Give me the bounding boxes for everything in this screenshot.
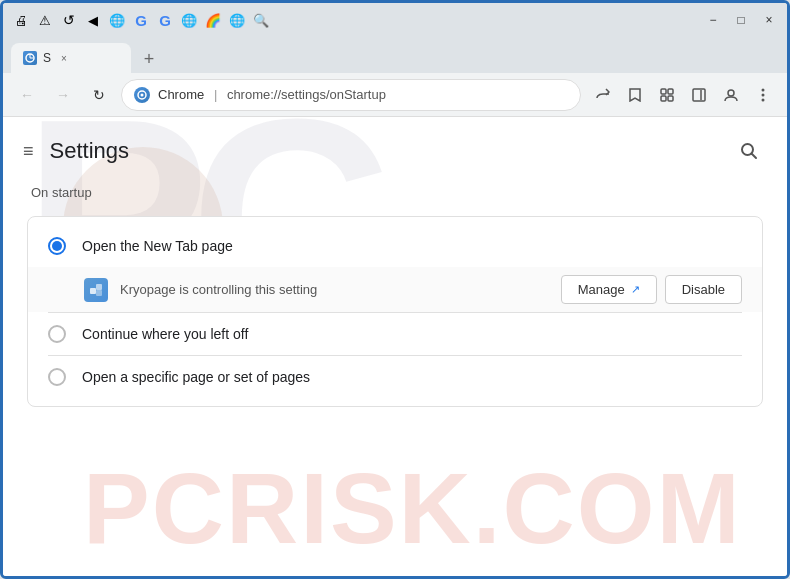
option-specific-label: Open a specific page or set of pages	[82, 369, 310, 385]
svg-point-11	[762, 93, 765, 96]
svg-rect-4	[668, 89, 673, 94]
search-small-icon: 🔍	[251, 10, 271, 30]
svg-line-14	[752, 154, 757, 159]
new-tab-button[interactable]: +	[135, 45, 163, 73]
hamburger-menu-icon[interactable]: ≡	[23, 141, 34, 162]
minimize-button[interactable]: −	[703, 10, 723, 30]
title-bar-controls: − □ ×	[703, 10, 779, 30]
svg-rect-7	[693, 89, 705, 101]
radio-new-tab[interactable]	[48, 237, 66, 255]
option-new-tab-row[interactable]: Open the New Tab page	[28, 225, 762, 267]
back-button[interactable]: ←	[13, 81, 41, 109]
profile-button[interactable]	[717, 81, 745, 109]
settings-body: On startup Open the New Tab page	[3, 185, 787, 431]
settings-header: ≡ Settings	[3, 117, 787, 185]
menu-button[interactable]	[749, 81, 777, 109]
svg-rect-17	[96, 290, 102, 296]
address-bar-actions	[589, 81, 777, 109]
arrow-icon: ◀	[83, 10, 103, 30]
refresh-small-icon: ↺	[59, 10, 79, 30]
printer-icon: 🖨	[11, 10, 31, 30]
forward-button[interactable]: →	[49, 81, 77, 109]
extensions-button[interactable]	[653, 81, 681, 109]
globe1-icon: 🌐	[107, 10, 127, 30]
svg-point-9	[728, 90, 734, 96]
extension-sub-row: Kryopage is controlling this setting Man…	[28, 267, 762, 312]
share-button[interactable]	[589, 81, 617, 109]
section-label: On startup	[31, 185, 763, 200]
url-bar[interactable]: Chrome | chrome://settings/onStartup	[121, 79, 581, 111]
browser-window: 🖨 ⚠ ↺ ◀ 🌐 G G 🌐 🌈 🌐 🔍 − □ × S × +	[0, 0, 790, 579]
url-path: chrome://settings/onStartup	[227, 87, 386, 102]
tab-label: S	[43, 51, 51, 65]
warning-icon: ⚠	[35, 10, 55, 30]
settings-content: PC PCRISK.COM ≡ Settings On startup Open…	[3, 117, 787, 576]
option-continue-row[interactable]: Continue where you left off	[28, 313, 762, 355]
svg-point-2	[141, 93, 144, 96]
disable-label: Disable	[682, 282, 725, 297]
svg-rect-16	[96, 284, 102, 290]
sidebar-toggle-button[interactable]	[685, 81, 713, 109]
extension-icon	[84, 278, 108, 302]
close-button[interactable]: ×	[759, 10, 779, 30]
url-favicon	[134, 87, 150, 103]
svg-rect-3	[661, 89, 666, 94]
google1-icon: G	[131, 10, 151, 30]
active-tab[interactable]: S ×	[11, 43, 131, 73]
svg-rect-5	[661, 96, 666, 101]
google2-icon: G	[155, 10, 175, 30]
option-specific-row[interactable]: Open a specific page or set of pages	[28, 356, 762, 398]
disable-button[interactable]: Disable	[665, 275, 742, 304]
rainbow-icon: 🌈	[203, 10, 223, 30]
maximize-button[interactable]: □	[731, 10, 751, 30]
reload-button[interactable]: ↻	[85, 81, 113, 109]
tab-favicon	[23, 51, 37, 65]
globe2-icon: 🌐	[179, 10, 199, 30]
search-settings-button[interactable]	[731, 133, 767, 169]
option-continue-label: Continue where you left off	[82, 326, 248, 342]
extension-control-text: Kryopage is controlling this setting	[120, 282, 549, 297]
svg-point-10	[762, 88, 765, 91]
svg-rect-6	[668, 96, 673, 101]
svg-rect-15	[90, 288, 96, 294]
startup-options-card: Open the New Tab page Kryopage is contro…	[27, 216, 763, 407]
radio-specific[interactable]	[48, 368, 66, 386]
option-new-tab-label: Open the New Tab page	[82, 238, 233, 254]
watermark-com-text: PCRISK.COM	[83, 451, 742, 566]
title-bar-icons: 🖨 ⚠ ↺ ◀ 🌐 G G 🌐 🌈 🌐 🔍	[11, 10, 699, 30]
tab-bar: S × +	[3, 37, 787, 73]
radio-continue[interactable]	[48, 325, 66, 343]
url-separator: |	[214, 87, 217, 102]
address-bar: ← → ↻ Chrome | chrome://settings/onStart…	[3, 73, 787, 117]
manage-label: Manage	[578, 282, 625, 297]
svg-point-12	[762, 98, 765, 101]
globe3-icon: 🌐	[227, 10, 247, 30]
manage-button[interactable]: Manage ↗	[561, 275, 657, 304]
url-text: Chrome | chrome://settings/onStartup	[158, 87, 568, 102]
bookmark-button[interactable]	[621, 81, 649, 109]
page-title: Settings	[50, 138, 715, 164]
tab-close-button[interactable]: ×	[57, 51, 71, 65]
url-brand: Chrome	[158, 87, 204, 102]
extension-actions: Manage ↗ Disable	[561, 275, 742, 304]
title-bar: 🖨 ⚠ ↺ ◀ 🌐 G G 🌐 🌈 🌐 🔍 − □ ×	[3, 3, 787, 37]
external-link-icon: ↗	[631, 283, 640, 296]
